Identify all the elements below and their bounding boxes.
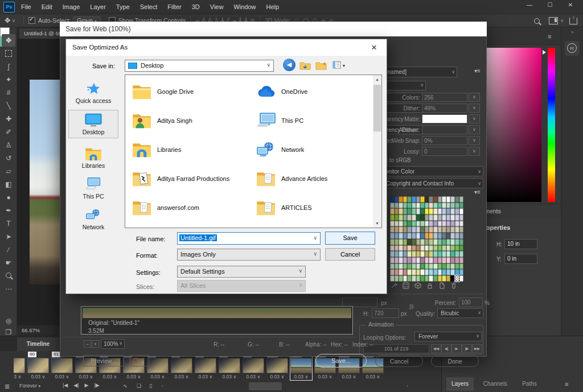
color-swatch[interactable] bbox=[412, 257, 416, 263]
color-swatch[interactable] bbox=[433, 245, 438, 251]
file-item-this-pc[interactable]: This PC bbox=[256, 111, 303, 130]
color-swatch[interactable] bbox=[450, 214, 455, 221]
color-swatch[interactable] bbox=[395, 269, 399, 275]
format-dropdown[interactable]: Images Only∨ bbox=[177, 249, 321, 261]
color-panel-menu-icon[interactable]: ≡ bbox=[548, 33, 551, 40]
color-swatch[interactable] bbox=[429, 239, 433, 245]
file-list-scrollbar[interactable]: ▲ ▼ bbox=[373, 75, 381, 228]
color-swatch[interactable] bbox=[433, 233, 438, 239]
color-swatch[interactable] bbox=[455, 245, 459, 251]
color-swatch[interactable] bbox=[395, 208, 399, 214]
color-swatch[interactable] bbox=[425, 275, 429, 282]
web-snap-value[interactable]: 0% bbox=[422, 136, 467, 145]
color-swatch[interactable] bbox=[433, 269, 438, 275]
color-swatch[interactable] bbox=[438, 203, 442, 209]
color-swatch[interactable] bbox=[438, 257, 442, 263]
color-swatch[interactable] bbox=[407, 239, 412, 245]
color-swatch[interactable] bbox=[412, 196, 416, 203]
color-swatch[interactable] bbox=[407, 233, 412, 239]
more-tools-icon[interactable]: ⋯ bbox=[2, 283, 15, 295]
color-swatch[interactable] bbox=[399, 245, 403, 251]
color-swatch[interactable] bbox=[459, 269, 464, 275]
color-swatch[interactable] bbox=[412, 275, 416, 282]
color-swatch[interactable] bbox=[433, 226, 438, 233]
color-swatch[interactable] bbox=[395, 263, 399, 270]
color-swatch[interactable] bbox=[395, 233, 399, 239]
color-swatch[interactable] bbox=[420, 275, 425, 282]
scroll-up-icon[interactable]: ▲ bbox=[373, 75, 381, 84]
tab-paths[interactable]: Paths bbox=[517, 377, 542, 391]
color-swatch[interactable] bbox=[446, 269, 451, 275]
color-swatch[interactable] bbox=[412, 269, 416, 275]
hand-tool-icon[interactable]: ☛ bbox=[2, 257, 15, 269]
color-swatch[interactable] bbox=[420, 263, 425, 270]
loop-dropdown[interactable]: Forever ▾ bbox=[19, 383, 40, 389]
color-swatch[interactable] bbox=[395, 221, 399, 227]
move-tool-icon[interactable]: ✥ bbox=[2, 34, 15, 47]
file-item-advance-articles[interactable]: Advance Articles bbox=[256, 169, 327, 188]
settings-dropdown[interactable]: Default Settings∨ bbox=[177, 266, 306, 278]
document-tab[interactable]: Untitled-1 @ 66 bbox=[19, 28, 66, 39]
color-swatch[interactable] bbox=[412, 203, 416, 209]
magic-wand-tool-icon[interactable]: ✦ bbox=[2, 73, 15, 86]
color-swatch[interactable] bbox=[420, 196, 425, 203]
color-swatch[interactable] bbox=[429, 263, 433, 270]
color-swatch[interactable] bbox=[407, 214, 412, 221]
color-swatch[interactable] bbox=[403, 233, 408, 239]
lossy-chevron[interactable]: ∨ bbox=[469, 147, 480, 156]
color-swatch[interactable] bbox=[425, 208, 429, 214]
color-swatch[interactable] bbox=[429, 257, 433, 263]
color-swatch[interactable] bbox=[459, 263, 464, 270]
color-swatch[interactable] bbox=[450, 233, 455, 239]
color-swatch[interactable] bbox=[395, 275, 399, 282]
color-swatch[interactable] bbox=[438, 269, 442, 275]
frame-duration[interactable]: 0.03 ∨ bbox=[243, 374, 264, 379]
color-swatch[interactable] bbox=[446, 263, 451, 270]
color-swatch[interactable] bbox=[433, 214, 438, 221]
color-swatch[interactable] bbox=[455, 251, 459, 257]
file-item[interactable] bbox=[256, 227, 281, 228]
color-swatch[interactable] bbox=[425, 245, 429, 251]
file-name-input[interactable]: Untitled-1.gif ∨ bbox=[177, 232, 321, 245]
timeline-frame-89[interactable]: 890.03 ∨ bbox=[14, 352, 25, 380]
color-swatch[interactable] bbox=[399, 226, 403, 233]
clone-stamp-tool-icon[interactable]: ♙ bbox=[2, 139, 15, 151]
color-swatch[interactable] bbox=[407, 257, 412, 263]
frame-duration[interactable]: 0.03 ∨ bbox=[99, 374, 121, 379]
sidebar-item-desktop[interactable]: Desktop bbox=[68, 110, 118, 138]
views-menu-icon[interactable] bbox=[332, 61, 342, 69]
color-swatch[interactable] bbox=[438, 245, 442, 251]
color-swatch[interactable] bbox=[438, 221, 442, 227]
sidebar-item-libraries[interactable]: Libraries bbox=[68, 144, 118, 171]
color-swatch[interactable] bbox=[412, 214, 416, 221]
frame-duration[interactable]: 0.03 ∨ bbox=[195, 374, 216, 379]
anim-last-button[interactable]: ▶▶ bbox=[472, 344, 482, 353]
color-swatch[interactable] bbox=[450, 263, 455, 270]
zoom-out-button[interactable]: − bbox=[84, 340, 91, 348]
color-swatch[interactable] bbox=[390, 203, 395, 209]
color-swatch[interactable] bbox=[442, 257, 446, 263]
frame-duration[interactable]: 0.03 ∨ bbox=[314, 374, 336, 379]
color-swatch[interactable] bbox=[446, 257, 451, 263]
color-swatch[interactable] bbox=[407, 251, 412, 257]
color-swatch[interactable] bbox=[425, 239, 429, 245]
color-swatch[interactable] bbox=[429, 221, 433, 227]
type-tool-icon[interactable]: T bbox=[2, 217, 15, 230]
color-swatch[interactable] bbox=[399, 263, 403, 270]
views-chevron[interactable]: ▾ bbox=[343, 63, 345, 68]
color-swatch[interactable] bbox=[403, 239, 408, 245]
frame-duration[interactable]: 0.03 ∨ bbox=[290, 374, 312, 379]
hue-slider-marker[interactable] bbox=[543, 50, 546, 55]
color-swatch[interactable] bbox=[420, 269, 425, 275]
color-swatch[interactable] bbox=[412, 208, 416, 214]
eyedropper-tool-icon[interactable]: ╲ bbox=[2, 100, 15, 112]
color-swatch[interactable] bbox=[395, 214, 399, 221]
color-swatch[interactable] bbox=[446, 251, 451, 257]
color-swatch[interactable] bbox=[407, 263, 412, 270]
color-swatch[interactable] bbox=[416, 263, 421, 270]
zoom-in-button[interactable]: + bbox=[92, 340, 99, 348]
frame-duration[interactable]: 0.03 ∨ bbox=[14, 374, 25, 379]
file-item-aditya-singh[interactable]: Aditya Singh bbox=[132, 111, 192, 130]
color-swatch[interactable] bbox=[442, 226, 446, 233]
dither-chevron[interactable]: ∨ bbox=[469, 104, 480, 113]
